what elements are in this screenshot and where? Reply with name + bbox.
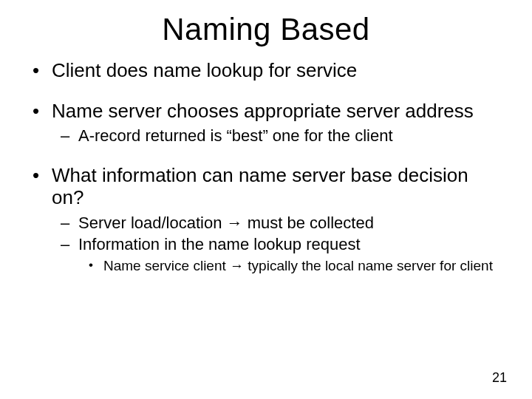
- slide: Naming Based Client does name lookup for…: [0, 0, 532, 399]
- bullet-list-level2: Server load/location → must be collected…: [52, 214, 502, 275]
- bullet-text: A-record returned is “best” one for the …: [78, 126, 393, 145]
- bullet-text: Information in the name lookup request: [78, 235, 361, 253]
- bullet-text: Server load/location → must be collected: [78, 214, 374, 232]
- bullet-text: What information can name server base de…: [52, 164, 468, 209]
- list-item: Name service client → typically the loca…: [78, 258, 502, 275]
- bullet-list-level2: A-record returned is “best” one for the …: [52, 126, 502, 146]
- slide-title: Naming Based: [30, 12, 502, 47]
- bullet-list-level3: Name service client → typically the loca…: [78, 258, 502, 275]
- list-item: Name server chooses appropriate server a…: [30, 100, 502, 146]
- bullet-text: Client does name lookup for service: [52, 59, 357, 81]
- list-item: Server load/location → must be collected: [52, 214, 502, 233]
- list-item: Information in the name lookup request N…: [52, 235, 502, 274]
- bullet-text: Name service client → typically the loca…: [103, 258, 493, 273]
- list-item: What information can name server base de…: [30, 164, 502, 275]
- bullet-list-level1: Client does name lookup for service Name…: [30, 59, 502, 275]
- page-number: 21: [492, 370, 507, 386]
- list-item: Client does name lookup for service: [30, 59, 502, 82]
- bullet-text: Name server chooses appropriate server a…: [52, 100, 474, 122]
- list-item: A-record returned is “best” one for the …: [52, 126, 502, 146]
